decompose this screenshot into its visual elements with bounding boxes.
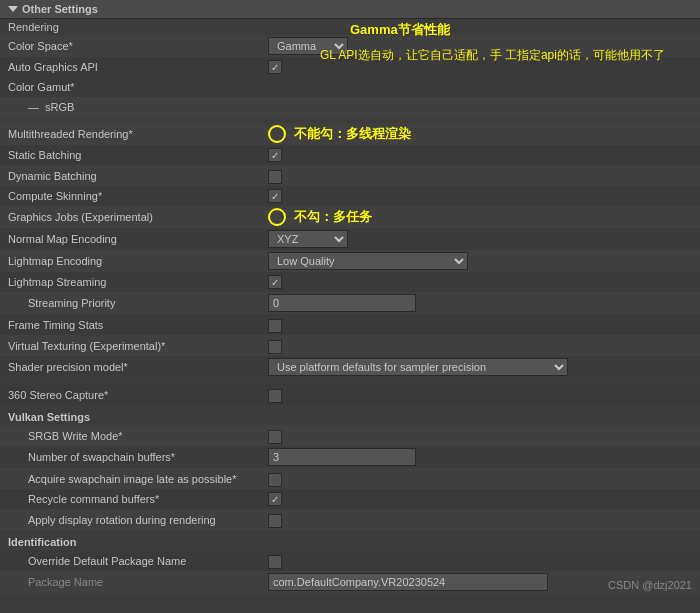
color-gamut-label: Color Gamut* — [8, 81, 268, 93]
normal-map-label: Normal Map Encoding — [8, 233, 268, 245]
section-header[interactable]: Other Settings — [0, 0, 700, 19]
override-package-label: Override Default Package Name — [8, 555, 268, 567]
dynamic-batching-label: Dynamic Batching — [8, 170, 268, 182]
lightmap-encoding-label: Lightmap Encoding — [8, 255, 268, 267]
srgb-label: —sRGB — [8, 101, 268, 113]
streaming-priority-row: Streaming Priority — [0, 292, 700, 314]
apply-rotation-row: Apply display rotation during rendering — [0, 509, 700, 530]
color-space-label: Color Space* — [8, 40, 268, 52]
lightmap-streaming-checkbox[interactable] — [268, 275, 282, 289]
swapchain-buffers-input[interactable] — [268, 448, 416, 466]
apply-rotation-checkbox[interactable] — [268, 514, 282, 528]
lightmap-encoding-dropdown[interactable]: Low Quality Normal Quality High Quality — [268, 252, 468, 270]
recycle-buffers-label: Recycle command buffers* — [8, 493, 268, 505]
lightmap-streaming-label: Lightmap Streaming — [8, 276, 268, 288]
frame-timing-label: Frame Timing Stats — [8, 319, 268, 331]
dynamic-batching-row: Dynamic Batching — [0, 165, 700, 186]
frame-timing-checkbox[interactable] — [268, 319, 282, 333]
stereo-capture-checkbox[interactable] — [268, 389, 282, 403]
streaming-priority-label: Streaming Priority — [8, 297, 268, 309]
collapse-triangle — [8, 6, 18, 12]
lightmap-streaming-row: Lightmap Streaming — [0, 272, 700, 292]
recycle-buffers-checkbox[interactable] — [268, 492, 282, 506]
swapchain-buffers-label: Number of swapchain buffers* — [8, 451, 268, 463]
static-batching-checkbox[interactable] — [268, 148, 282, 162]
shader-precision-row: Shader precision model* Use platform def… — [0, 356, 700, 378]
package-name-label: Package Name — [8, 576, 268, 588]
gl-api-annotation: GL API选自动，让它自己适配，手 工指定api的话，可能他用不了 — [320, 47, 690, 64]
compute-skinning-row: Compute Skinning* — [0, 186, 700, 206]
virtual-texturing-row: Virtual Texturing (Experimental)* — [0, 335, 700, 356]
identification-label: Identification — [0, 534, 700, 550]
apply-rotation-label: Apply display rotation during rendering — [8, 514, 268, 526]
streaming-priority-input[interactable] — [268, 294, 416, 312]
package-name-row: Package Name — [0, 571, 700, 593]
swapchain-buffers-row: Number of swapchain buffers* — [0, 446, 700, 468]
graphics-jobs-row: Graphics Jobs (Experimental) 不勾：多任务 — [0, 206, 700, 228]
srgb-write-checkbox[interactable] — [268, 430, 282, 444]
shader-precision-label: Shader precision model* — [8, 361, 268, 373]
mt-rendering-row: Multithreaded Rendering* 不能勾：多线程渲染 — [0, 123, 700, 145]
package-name-input[interactable] — [268, 573, 548, 591]
lightmap-encoding-row: Lightmap Encoding Low Quality Normal Qua… — [0, 250, 700, 272]
header-title: Other Settings — [22, 3, 98, 15]
gamma-annotation: Gamma节省性能 — [350, 21, 450, 39]
color-gamut-row: Color Gamut* — [0, 77, 700, 97]
srgb-write-row: SRGB Write Mode* — [0, 425, 700, 446]
recycle-buffers-row: Recycle command buffers* — [0, 489, 700, 509]
override-package-row: Override Default Package Name — [0, 550, 700, 571]
compute-skinning-checkbox[interactable] — [268, 189, 282, 203]
override-package-checkbox[interactable] — [268, 555, 282, 569]
virtual-texturing-checkbox[interactable] — [268, 340, 282, 354]
stereo-capture-label: 360 Stereo Capture* — [8, 389, 268, 401]
srgb-write-label: SRGB Write Mode* — [8, 430, 268, 442]
srgb-row: —sRGB — [0, 97, 700, 117]
compute-skinning-label: Compute Skinning* — [8, 190, 268, 202]
vulkan-label: Vulkan Settings — [0, 409, 700, 425]
graphics-jobs-label: Graphics Jobs (Experimental) — [8, 211, 268, 223]
auto-graphics-checkbox[interactable] — [268, 60, 282, 74]
acquire-swapchain-label: Acquire swapchain image late as possible… — [8, 473, 268, 485]
static-batching-row: Static Batching — [0, 145, 700, 165]
frame-timing-row: Frame Timing Stats — [0, 314, 700, 335]
acquire-swapchain-row: Acquire swapchain image late as possible… — [0, 468, 700, 489]
normal-map-row: Normal Map Encoding XYZ — [0, 228, 700, 250]
jobs-annotation: 不勾：多任务 — [294, 208, 372, 226]
dynamic-batching-checkbox[interactable] — [268, 170, 282, 184]
watermark: CSDN @dzj2021 — [608, 579, 692, 591]
static-batching-label: Static Batching — [8, 149, 268, 161]
virtual-texturing-label: Virtual Texturing (Experimental)* — [8, 340, 268, 352]
shader-precision-dropdown[interactable]: Use platform defaults for sampler precis… — [268, 358, 568, 376]
normal-map-dropdown[interactable]: XYZ — [268, 230, 348, 248]
auto-graphics-label: Auto Graphics API — [8, 61, 268, 73]
graphics-jobs-circle — [268, 208, 286, 226]
acquire-swapchain-checkbox[interactable] — [268, 473, 282, 487]
mt-rendering-label: Multithreaded Rendering* — [8, 128, 268, 140]
mt-annotation: 不能勾：多线程渲染 — [294, 125, 411, 143]
stereo-capture-row: 360 Stereo Capture* — [0, 384, 700, 405]
mt-rendering-circle — [268, 125, 286, 143]
